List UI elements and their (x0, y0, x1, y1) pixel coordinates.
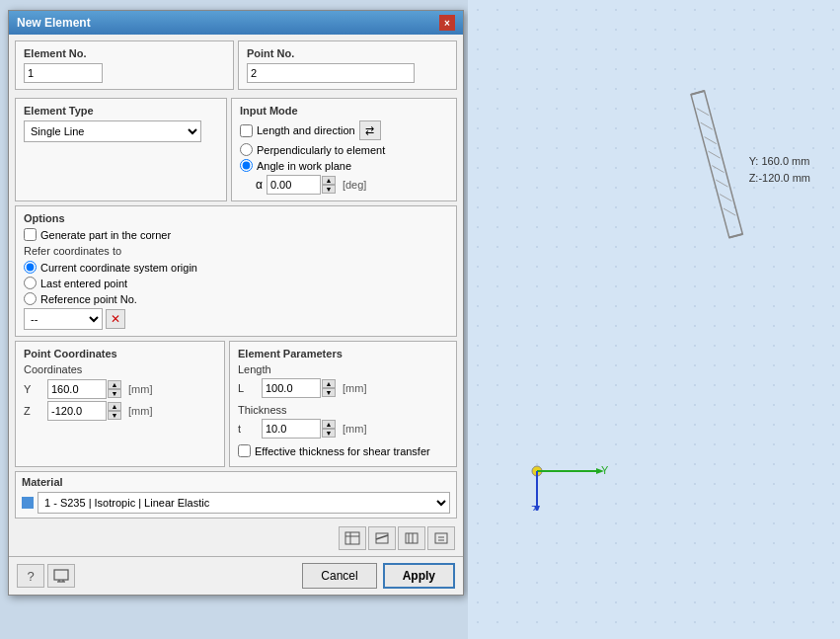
view-button[interactable] (47, 564, 75, 588)
last-point-radio[interactable] (24, 277, 37, 289)
reference-point-row: Reference point No. (24, 292, 448, 305)
svg-line-18 (691, 91, 705, 95)
svg-line-26 (720, 192, 731, 203)
svg-rect-0 (345, 532, 359, 544)
ref-select[interactable]: -- (24, 308, 103, 330)
dialog-titlebar: New Element × (9, 11, 463, 35)
svg-line-20 (697, 106, 709, 118)
svg-rect-16 (468, 0, 840, 639)
length-direction-checkbox[interactable] (240, 124, 253, 137)
clipboard-icon (433, 531, 449, 545)
svg-line-4 (376, 535, 388, 539)
perpendicularly-radio[interactable] (240, 143, 253, 156)
length-direction-label: Length and direction (257, 124, 355, 136)
perpendicularly-label: Perpendicularly to element (257, 144, 385, 156)
shear-checkbox[interactable] (238, 444, 251, 457)
svg-line-25 (716, 177, 727, 189)
y-spin-up[interactable]: ▲ (108, 380, 121, 389)
t-spin-up[interactable]: ▲ (322, 420, 336, 429)
alpha-spinner-btns: ▲ ▼ (322, 176, 336, 194)
toolbar-icons (15, 526, 457, 550)
material-label: Material (22, 476, 450, 488)
apply-button[interactable]: Apply (383, 563, 455, 589)
element-no-input[interactable] (24, 63, 103, 83)
element-type-section: Element Type Single Line (15, 98, 227, 201)
toolbar-icon4-button[interactable] (427, 526, 455, 550)
top-fields: Element No. Point No. (15, 40, 457, 90)
toolbar-icon2-button[interactable] (368, 526, 396, 550)
input-mode-section: Input Mode Length and direction ⇄ Perpen… (231, 98, 457, 201)
toolbar-icon1-button[interactable] (339, 526, 366, 550)
perpendicularly-row: Perpendicularly to element (240, 143, 448, 156)
svg-line-21 (701, 120, 713, 132)
t-spinner-btns: ▲ ▼ (322, 420, 336, 438)
alpha-spin-up[interactable]: ▲ (322, 176, 336, 185)
t-spinner: ▲ ▼ (262, 419, 336, 439)
angle-workplane-row: Angle in work plane (240, 159, 448, 172)
z-spin-down[interactable]: ▼ (108, 411, 121, 420)
material-select[interactable]: 1 - S235 | Isotropic | Linear Elastic (38, 492, 450, 514)
l-row: L ▲ ▼ [mm] (238, 378, 448, 398)
settings-icon (404, 531, 420, 545)
z-input[interactable] (47, 401, 107, 421)
alpha-input[interactable] (267, 175, 321, 195)
grid-svg (468, 0, 840, 639)
table-icon (344, 531, 360, 545)
generate-corner-checkbox[interactable] (24, 228, 37, 241)
cancel-button[interactable]: Cancel (302, 563, 376, 589)
axis-svg: Y Z (517, 432, 616, 511)
coord-label: Y: 160.0 mm Z:-120.0 mm (749, 153, 810, 186)
l-spin-up[interactable]: ▲ (322, 379, 336, 388)
z-spinner-btns: ▲ ▼ (108, 402, 121, 420)
current-cs-radio[interactable] (24, 261, 37, 274)
element-type-label: Element Type (24, 105, 218, 117)
current-cs-row: Current coordinate system origin (24, 261, 448, 274)
close-button[interactable]: × (439, 15, 455, 31)
shear-label: Effective thickness for shear transfer (255, 445, 430, 457)
l-unit: [mm] (343, 382, 366, 394)
angle-workplane-label: Angle in work plane (257, 160, 351, 172)
coords-label: Coordinates (24, 363, 216, 375)
swap-button[interactable]: ⇄ (359, 120, 381, 140)
reference-point-radio[interactable] (24, 292, 37, 305)
y-spin-down[interactable]: ▼ (108, 389, 121, 398)
help-icon: ? (27, 569, 34, 584)
last-point-label: Last entered point (40, 278, 127, 289)
t-input[interactable] (262, 419, 321, 439)
options-section: Options Generate part in the corner Refe… (15, 205, 457, 337)
svg-rect-5 (406, 533, 418, 543)
element-no-section: Element No. (15, 40, 234, 90)
l-input[interactable] (262, 378, 321, 398)
svg-line-24 (712, 163, 724, 175)
l-label: L (238, 382, 258, 394)
z-spin-up[interactable]: ▲ (108, 402, 121, 411)
chart-icon (374, 531, 390, 545)
y-coord-row: Y ▲ ▼ [mm] (24, 379, 216, 399)
element-no-label: Element No. (24, 47, 225, 59)
point-no-input[interactable] (247, 63, 415, 83)
input-mode-label: Input Mode (240, 105, 448, 117)
y-input[interactable] (47, 379, 107, 399)
generate-corner-row: Generate part in the corner (24, 228, 448, 241)
canvas-area: Y: 160.0 mm Z:-120.0 mm (468, 0, 840, 639)
thickness-label: Thickness (238, 404, 448, 416)
y-unit: [mm] (128, 383, 152, 395)
y-spinner: ▲ ▼ (47, 379, 121, 399)
alpha-row: α ▲ ▼ [deg] (256, 175, 448, 195)
element-type-select[interactable]: Single Line (24, 120, 201, 142)
monitor-icon (53, 569, 69, 583)
generate-corner-label: Generate part in the corner (40, 229, 171, 241)
t-spin-down[interactable]: ▼ (322, 429, 336, 438)
new-element-dialog: New Element × Element No. Point No. Elem… (8, 10, 464, 596)
y-spinner-btns: ▲ ▼ (108, 380, 121, 398)
z-coord-label: Z:-120.0 mm (749, 170, 810, 187)
alpha-spin-down[interactable]: ▼ (322, 185, 336, 194)
svg-text:Y: Y (601, 464, 609, 476)
angle-workplane-radio[interactable] (240, 159, 253, 172)
l-spin-down[interactable]: ▼ (322, 388, 336, 397)
l-spinner: ▲ ▼ (262, 378, 336, 398)
help-button[interactable]: ? (17, 564, 44, 588)
toolbar-icon3-button[interactable] (398, 526, 425, 550)
alpha-unit: [deg] (343, 179, 366, 191)
ref-delete-button[interactable]: ✕ (106, 309, 125, 329)
